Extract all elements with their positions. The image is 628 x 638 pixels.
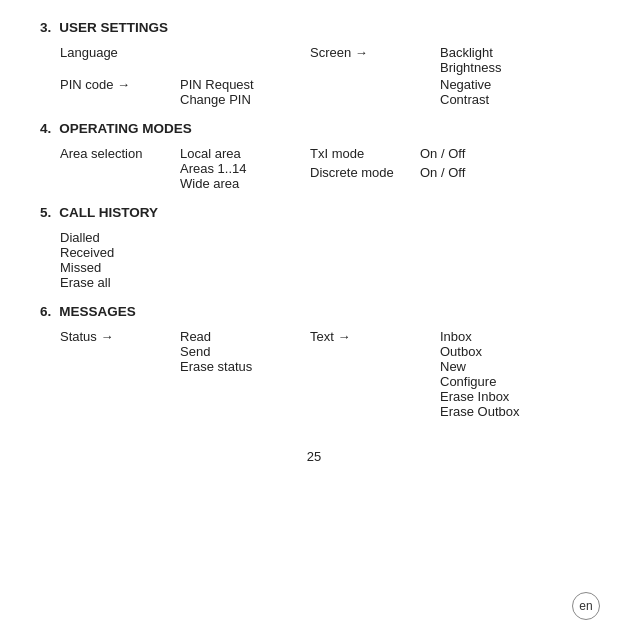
txi-mode-value: On / Off	[420, 146, 465, 161]
pin-label: PIN code →	[60, 77, 180, 92]
section-6-title: MESSAGES	[59, 304, 136, 319]
text-items: Inbox Outbox New Configure Erase Inbox E…	[440, 329, 520, 419]
discrete-mode-label: Discrete mode	[310, 165, 420, 180]
lang-badge-text: en	[579, 599, 592, 613]
area-label: Area selection	[60, 146, 180, 161]
call-history-items: Dialled Received Missed Erase all	[60, 230, 588, 290]
page-number: 25	[40, 449, 588, 464]
language-badge: en	[572, 592, 600, 620]
section-3-number: 3.	[40, 20, 51, 35]
section-4-number: 4.	[40, 121, 51, 136]
section-5-title: CALL HISTORY	[59, 205, 158, 220]
row-messages: Status → Read Send Erase status Text → I…	[60, 329, 588, 419]
text-label: Text →	[310, 329, 440, 344]
area-items: Local area Areas 1..14 Wide area	[180, 146, 310, 191]
row-pin: PIN code → PIN Request Change PIN Negati…	[60, 77, 588, 107]
txi-mode-label: TxI mode	[310, 146, 420, 161]
pin-items: PIN Request Change PIN	[180, 77, 310, 107]
negative-items: Negative Contrast	[440, 77, 491, 107]
row-language: Language Screen → Backlight Brightness	[60, 45, 588, 75]
txi-label: TxI mode On / Off Discrete mode On / Off	[310, 146, 465, 182]
section-3: 3. USER SETTINGS Language Screen → Backl…	[40, 20, 588, 107]
page: 3. USER SETTINGS Language Screen → Backl…	[0, 0, 628, 638]
row-area: Area selection Local area Areas 1..14 Wi…	[60, 146, 588, 191]
status-label: Status →	[60, 329, 180, 344]
screen-label: Screen →	[310, 45, 440, 60]
section-5: 5. CALL HISTORY Dialled Received Missed …	[40, 205, 588, 290]
section-6: 6. MESSAGES Status → Read Send Erase sta…	[40, 304, 588, 419]
language-label: Language	[60, 45, 180, 60]
section-4-title: OPERATING MODES	[59, 121, 192, 136]
section-5-number: 5.	[40, 205, 51, 220]
section-6-number: 6.	[40, 304, 51, 319]
screen-items: Backlight Brightness	[440, 45, 501, 75]
status-items: Read Send Erase status	[180, 329, 310, 374]
section-3-title: USER SETTINGS	[59, 20, 168, 35]
discrete-mode-value: On / Off	[420, 165, 465, 180]
section-4: 4. OPERATING MODES Area selection Local …	[40, 121, 588, 191]
